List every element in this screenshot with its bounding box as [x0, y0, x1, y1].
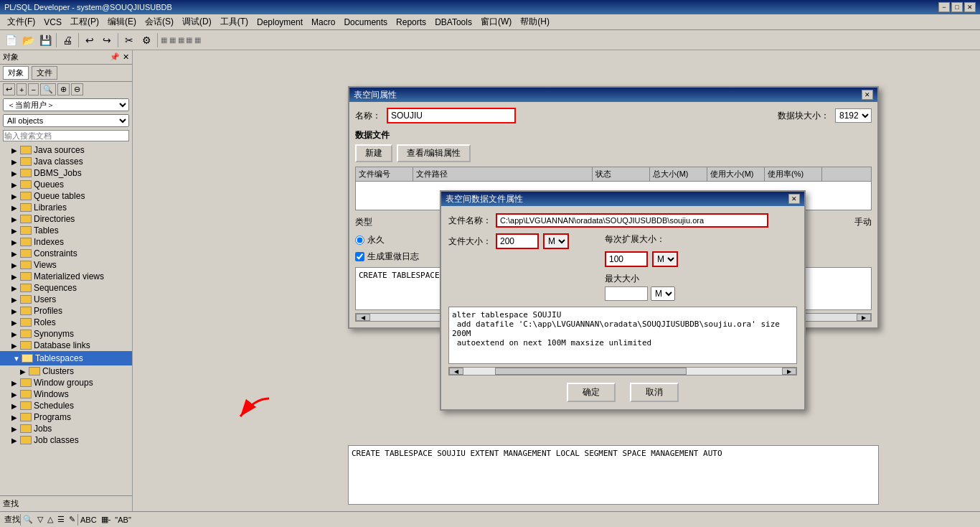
toolbar-btn-6[interactable]: ↪: [99, 32, 115, 48]
tree-item-tablespaces[interactable]: ▼ Tablespaces: [0, 351, 132, 365]
menu-documents[interactable]: Documents: [339, 16, 392, 29]
tree-item-dbms-jobs[interactable]: ▶ DBMS_Jobs: [0, 167, 132, 179]
tree-item-indexes[interactable]: ▶ Indexes: [0, 236, 132, 248]
menu-edit[interactable]: 编辑(E): [103, 14, 141, 29]
file-scroll-right[interactable]: ▶: [782, 368, 796, 375]
panel-pin-icon[interactable]: 📌: [110, 52, 120, 62]
tree-item-tables[interactable]: ▶ Tables: [0, 225, 132, 236]
filename-input[interactable]: [496, 213, 768, 228]
obj-refresh-btn[interactable]: ↩: [3, 83, 15, 95]
tree-item-java-sources[interactable]: ▶ Java sources: [0, 144, 132, 156]
maximize-btn[interactable]: □: [951, 2, 963, 12]
toolbar-btn-2[interactable]: 📂: [20, 32, 36, 48]
toolbar-sep-1: [56, 33, 57, 47]
tree-item-synonyms[interactable]: ▶ Synonyms: [0, 328, 132, 340]
user-dropdown[interactable]: ＜当前用户＞: [3, 98, 129, 111]
tree-item-roles[interactable]: ▶ Roles: [0, 317, 132, 328]
menu-project[interactable]: 工程(P): [66, 14, 103, 29]
menu-debug[interactable]: 调试(D): [178, 14, 216, 29]
tree-item-java-classes[interactable]: ▶ Java classes: [0, 156, 132, 167]
menu-window[interactable]: 窗口(W): [476, 14, 516, 29]
tree-item-mat-views[interactable]: ▶ Materialized views: [0, 271, 132, 282]
tree-item-windows[interactable]: ▶ Windows: [0, 388, 132, 400]
status-icon-prev[interactable]: ▽: [35, 515, 45, 524]
toolbar-btn-1[interactable]: 📄: [3, 32, 19, 48]
objects-dropdown[interactable]: All objects: [3, 114, 129, 127]
scroll-left-btn[interactable]: ◀: [356, 314, 370, 321]
tab-object[interactable]: 对象: [3, 66, 29, 80]
tree-item-sequences[interactable]: ▶ Sequences: [0, 282, 132, 294]
maxsize-unit-select[interactable]: K M G: [651, 286, 675, 301]
close-btn[interactable]: ✕: [964, 2, 976, 12]
file-scroll-left[interactable]: ◀: [449, 368, 463, 375]
tree-item-programs[interactable]: ▶ Programs: [0, 411, 132, 423]
toolbar-btn-8[interactable]: ⚙: [138, 32, 154, 48]
tree-item-db-links[interactable]: ▶ Database links: [0, 340, 132, 351]
menu-dbatools[interactable]: DBATools: [430, 16, 476, 29]
panel-close-icon[interactable]: ✕: [123, 52, 129, 62]
menu-session[interactable]: 会话(S): [141, 14, 178, 29]
obj-remove-btn[interactable]: −: [28, 83, 38, 95]
tree-item-profiles[interactable]: ▶ Profiles: [0, 305, 132, 317]
search-input[interactable]: [3, 130, 129, 141]
toolbar-sep-4: [157, 33, 158, 47]
tree-item-views[interactable]: ▶ Views: [0, 259, 132, 271]
checkbox-redo-input[interactable]: [355, 252, 364, 261]
tree-item-job-classes[interactable]: ▶ Job classes: [0, 434, 132, 446]
obj-collapse-btn[interactable]: ⊖: [71, 83, 83, 95]
tree-item-queues[interactable]: ▶ Queues: [0, 179, 132, 190]
cancel-btn[interactable]: 取消: [630, 383, 679, 402]
menu-file[interactable]: 文件(F): [3, 14, 39, 29]
tab-file[interactable]: 文件: [32, 66, 57, 80]
ok-btn[interactable]: 确定: [567, 383, 616, 402]
tree-item-users[interactable]: ▶ Users: [0, 294, 132, 305]
new-btn[interactable]: 新建: [355, 144, 392, 162]
scroll-right-btn[interactable]: ▶: [857, 314, 871, 321]
status-icon-search[interactable]: 🔍: [21, 515, 35, 524]
menu-vcs[interactable]: VCS: [39, 16, 66, 29]
status-icon-edit[interactable]: ✎: [67, 515, 77, 524]
tree-label: Constraints: [34, 248, 77, 258]
obj-expand-btn[interactable]: ⊕: [57, 83, 70, 95]
tree-label: Indexes: [34, 237, 64, 247]
file-dialog-close[interactable]: ✕: [788, 194, 800, 204]
obj-add-btn[interactable]: +: [17, 83, 27, 95]
toolbar-btn-3[interactable]: 💾: [37, 32, 53, 48]
file-sql-area[interactable]: alter tablespace SOUJIU add datafile 'C:…: [448, 307, 797, 364]
menu-deployment[interactable]: Deployment: [253, 16, 307, 29]
maxsize-input[interactable]: [605, 286, 648, 301]
col-used-size: 使用大小(M): [707, 167, 765, 181]
tree-arrow: ▶: [11, 215, 20, 223]
tree-item-schedules[interactable]: ▶ Schedules: [0, 400, 132, 411]
extend-unit-select[interactable]: K M G: [652, 251, 678, 267]
toolbar-btn-5[interactable]: ↩: [82, 32, 98, 48]
tablespace-dialog-close[interactable]: ✕: [862, 90, 873, 100]
edit-btn[interactable]: 查看/编辑属性: [397, 144, 471, 162]
menu-macro[interactable]: Macro: [307, 16, 339, 29]
tree-item-clusters[interactable]: ▶ Clusters: [0, 365, 132, 377]
filesize-unit-select[interactable]: K M G: [543, 233, 569, 249]
menu-help[interactable]: 帮助(H): [516, 14, 554, 29]
menu-reports[interactable]: Reports: [392, 16, 430, 29]
tree-item-window-groups[interactable]: ▶ Window groups: [0, 377, 132, 388]
tree-item-jobs[interactable]: ▶ Jobs: [0, 423, 132, 434]
tree-item-constraints[interactable]: ▶ Constraints: [0, 248, 132, 259]
tree-item-directories[interactable]: ▶ Directories: [0, 213, 132, 225]
tree-item-queue-tables[interactable]: ▶ Queue tables: [0, 190, 132, 202]
toolbar-btn-4[interactable]: 🖨: [60, 32, 75, 48]
status-icon-next[interactable]: △: [45, 515, 55, 524]
file-h-scrollbar[interactable]: ◀ ▶: [448, 367, 797, 376]
sql-output-textarea[interactable]: CREATE TABLESPACE SOUJIU EXTENT MANAGEME…: [352, 449, 875, 499]
toolbar-btn-7[interactable]: ✂: [121, 32, 137, 48]
tree-item-libraries[interactable]: ▶ Libraries: [0, 202, 132, 213]
radio-permanent-input[interactable]: [355, 235, 364, 245]
col-usage-rate: 使用率(%): [765, 167, 822, 181]
obj-search-btn[interactable]: 🔍: [40, 83, 56, 95]
tablespace-name-input[interactable]: [387, 108, 516, 123]
block-size-select[interactable]: 8192: [835, 108, 872, 123]
extend-input[interactable]: [605, 251, 648, 267]
menu-tools[interactable]: 工具(T): [216, 14, 253, 29]
minimize-btn[interactable]: −: [938, 2, 950, 12]
status-icon-format[interactable]: ☰: [55, 515, 67, 524]
filesize-input[interactable]: [496, 233, 539, 249]
